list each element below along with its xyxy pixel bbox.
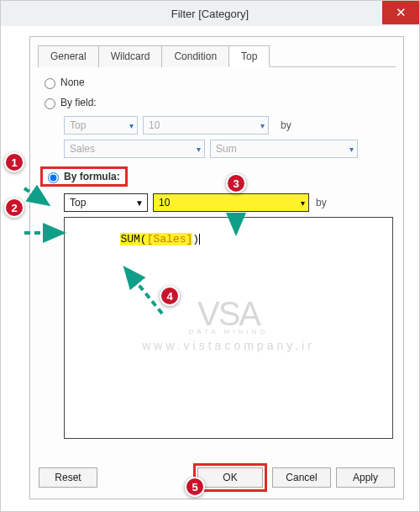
byformula-n-combo[interactable]: 10 ▾ [153,193,309,212]
watermark-tag: DATA MINING [65,328,392,335]
tab-wildcard[interactable]: Wildcard [98,45,163,67]
cancel-button[interactable]: Cancel [272,467,331,488]
watermark-url: www.vistacompany.ir [65,339,392,352]
apply-button[interactable]: Apply [336,467,395,488]
callout-3: 3 [226,173,246,193]
window-title: Filter [Category] [171,8,249,20]
tab-top[interactable]: Top [228,45,270,67]
formula-token-close: ) [192,233,199,245]
formula-token-field: Sales [153,233,186,245]
byformula-by-text: by [316,197,327,208]
radio-by-formula-highlight: By formula: [40,166,128,187]
byfield-direction-value: Top [70,119,86,131]
chevron-down-icon: ▾ [260,121,265,130]
byfield-n-value: 10 [149,119,160,131]
ok-button[interactable]: OK [197,467,263,488]
byfield-field-combo[interactable]: Sales ▾ [64,140,205,158]
radio-none-input[interactable] [45,78,55,89]
callout-2: 2 [4,198,24,218]
chevron-down-icon: ▾ [349,145,354,154]
text-cursor [199,234,200,245]
watermark-logo: VSA [65,295,392,333]
byfield-direction-combo[interactable]: Top ▾ [64,116,138,135]
chevron-down-icon: ▾ [197,145,201,154]
dialog-panel: General Wildcard Condition Top None By f… [29,36,404,499]
byfield-agg-combo[interactable]: Sum ▾ [210,140,358,158]
chevron-down-icon: ▼ [135,198,144,208]
watermark: VSA DATA MINING www.vistacompany.ir [65,295,392,352]
callout-4: 4 [160,286,180,306]
byfield-field-value: Sales [70,143,95,155]
close-icon: ✕ [396,5,407,20]
close-button[interactable]: ✕ [382,1,419,24]
chevron-down-icon: ▾ [301,198,305,208]
callout-1: 1 [4,152,24,172]
reset-button[interactable]: Reset [39,467,97,488]
radio-none[interactable]: None [40,76,393,89]
radio-by-field-input[interactable] [45,98,55,109]
title-bar: Filter [Category] ✕ [1,1,419,26]
byfield-agg-value: Sum [216,143,237,155]
formula-token-fn: SUM [120,233,139,245]
byformula-n-value: 10 [159,197,170,208]
chevron-down-icon: ▾ [129,121,134,130]
by-formula-row: Top ▼ 10 ▾ by [64,193,393,212]
tab-strip: General Wildcard Condition Top [38,45,396,67]
by-field-group: Top ▾ 10 ▾ by Sales ▾ Sum ▾ [64,116,393,158]
byformula-direction-combo[interactable]: Top ▼ [64,193,148,212]
radio-by-field[interactable]: By field: [40,96,393,109]
button-bar: Reset OK Cancel Apply [39,463,395,492]
radio-by-formula-label: By formula: [64,171,120,182]
formula-token-open: ( [140,233,147,245]
radio-none-label: None [60,77,85,88]
byfield-by-text: by [281,119,291,131]
byformula-direction-value: Top [70,197,86,208]
radio-by-field-label: By field: [60,97,97,108]
radio-by-formula-input[interactable] [48,172,59,183]
tab-condition[interactable]: Condition [161,45,229,67]
callout-5: 5 [185,477,205,497]
tab-general[interactable]: General [38,45,99,67]
formula-text: SUM([Sales]) [68,220,200,258]
formula-textarea[interactable]: SUM([Sales]) VSA DATA MINING www.vistaco… [64,217,393,439]
byfield-n-combo[interactable]: 10 ▾ [143,116,269,135]
